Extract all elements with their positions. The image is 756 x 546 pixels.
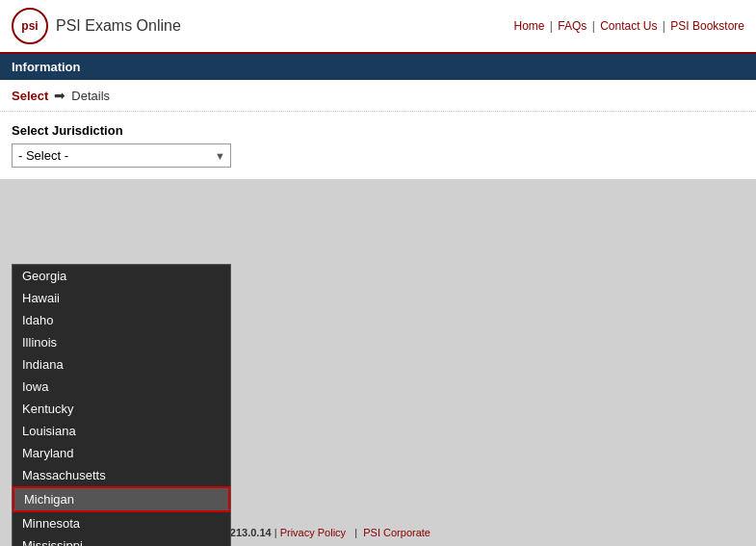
list-item[interactable]: Kentucky	[13, 398, 230, 420]
breadcrumb-select[interactable]: Select	[12, 89, 48, 103]
site-title: PSI Exams Online	[56, 17, 181, 35]
list-item[interactable]: Mississippi	[13, 534, 230, 546]
main-content: Select Jurisdiction - Select - GeorgiaHa…	[0, 112, 756, 179]
list-item[interactable]: Georgia	[13, 265, 230, 287]
list-item[interactable]: Minnesota	[13, 512, 230, 534]
footer-psi-corporate[interactable]: PSI Corporate	[363, 527, 430, 538]
list-item[interactable]: Iowa	[13, 376, 230, 398]
breadcrumb-details: Details	[71, 89, 110, 103]
jurisdiction-select[interactable]: - Select - GeorgiaHawaiiIdahoIllinoisInd…	[12, 143, 231, 168]
nav-home[interactable]: Home	[514, 19, 545, 33]
breadcrumb-arrow-icon: ➡	[54, 88, 65, 103]
nav-faqs[interactable]: FAQs	[558, 19, 587, 33]
nav-bookstore[interactable]: PSI Bookstore	[670, 19, 744, 33]
list-item[interactable]: Illinois	[13, 331, 230, 353]
breadcrumb: Select ➡ Details	[0, 80, 756, 112]
list-item[interactable]: Massachusetts	[13, 464, 230, 486]
list-item[interactable]: Louisiana	[13, 420, 230, 442]
select-wrapper: - Select - GeorgiaHawaiiIdahoIllinoisInd…	[12, 143, 231, 168]
psi-logo: psi	[12, 8, 48, 44]
list-item[interactable]: Idaho	[13, 309, 230, 331]
footer-privacy-policy[interactable]: Privacy Policy	[280, 527, 346, 538]
header: psi PSI Exams Online Home | FAQs | Conta…	[0, 0, 756, 54]
nav-contact-us[interactable]: Contact Us	[600, 19, 657, 33]
list-item[interactable]: Hawaii	[13, 287, 230, 309]
info-bar: Information	[0, 54, 756, 80]
logo-area: psi PSI Exams Online	[12, 8, 181, 44]
list-item[interactable]: Maryland	[13, 442, 230, 464]
jurisdiction-dropdown[interactable]: GeorgiaHawaiiIdahoIllinoisIndianaIowaKen…	[12, 264, 231, 546]
header-nav: Home | FAQs | Contact Us | PSI Bookstore	[514, 19, 745, 33]
list-item[interactable]: Michigan	[13, 486, 230, 512]
section-title: Select Jurisdiction	[12, 123, 744, 138]
list-item[interactable]: Indiana	[13, 353, 230, 376]
